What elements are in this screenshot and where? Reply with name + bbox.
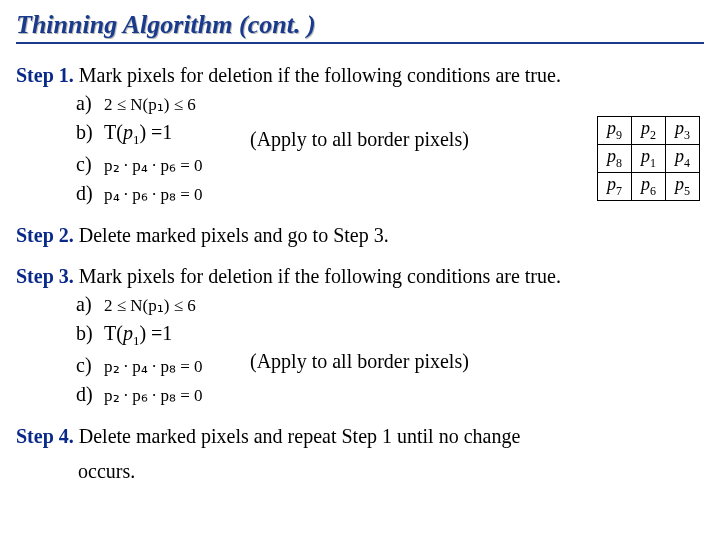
p-sub: 9 [616, 128, 622, 142]
cond-a: a) 2 ≤ N(p₁) ≤ 6 [76, 89, 704, 118]
cond-post: ) =1 [139, 121, 172, 143]
cond-expr: T(p1) =1 [104, 319, 172, 351]
grid-cell: p6 [632, 173, 666, 201]
step-2-text: Delete marked pixels and go to Step 3. [79, 224, 389, 246]
cond-tag: b) [76, 319, 98, 348]
p-sym: p [675, 118, 684, 138]
cond-expr: p₂ · p₆ · p₈ = 0 [104, 384, 203, 409]
step-4-text: Delete marked pixels and repeat Step 1 u… [79, 425, 521, 447]
grid-cell: p5 [666, 173, 700, 201]
p-sym: p [641, 118, 650, 138]
cond-expr: p₂ · p₄ · p₆ = 0 [104, 154, 203, 179]
p-sym: p [607, 174, 616, 194]
cond-expr: 2 ≤ N(p₁) ≤ 6 [104, 294, 196, 319]
grid-cell: p3 [666, 117, 700, 145]
step-4-text-cont: occurs. [78, 458, 704, 485]
p-sub: 1 [650, 156, 656, 170]
cond-tag: d) [76, 179, 98, 208]
cond-expr: T(p1) =1 [104, 118, 172, 150]
cond-pre: T( [104, 322, 123, 344]
cond-tag: a) [76, 89, 98, 118]
p-sym: p [641, 146, 650, 166]
apply-note-2: (Apply to all border pixels) [250, 350, 469, 373]
slide-title: Thinning Algorithm (cont. ) [16, 10, 704, 44]
p-sym: p [675, 174, 684, 194]
p-sub: 8 [616, 156, 622, 170]
step-1-line: Step 1. Mark pixels for deletion if the … [16, 62, 704, 89]
step-4-label: Step 4. [16, 425, 74, 447]
step-2-label: Step 2. [16, 224, 74, 246]
p-sym: p [607, 146, 616, 166]
cond-pre: T( [104, 121, 123, 143]
step-1-text: Mark pixels for deletion if the followin… [79, 64, 561, 86]
cond-expr: 2 ≤ N(p₁) ≤ 6 [104, 93, 196, 118]
cond-var: p [123, 121, 133, 143]
cond-expr: p₂ · p₄ · p₈ = 0 [104, 355, 203, 380]
cond-tag: b) [76, 118, 98, 147]
p-sub: 4 [684, 156, 690, 170]
cond-tag: c) [76, 150, 98, 179]
apply-note-1: (Apply to all border pixels) [250, 128, 469, 151]
step-4-line: Step 4. Delete marked pixels and repeat … [16, 423, 704, 450]
grid-cell: p4 [666, 145, 700, 173]
p-sub: 5 [684, 184, 690, 198]
p-sym: p [607, 118, 616, 138]
p-sub: 3 [684, 128, 690, 142]
cond-tag: c) [76, 351, 98, 380]
step-2-line: Step 2. Delete marked pixels and go to S… [16, 222, 704, 249]
grid-cell: p9 [598, 117, 632, 145]
cond-tag: d) [76, 380, 98, 409]
step-3-text: Mark pixels for deletion if the followin… [79, 265, 561, 287]
grid-cell: p7 [598, 173, 632, 201]
grid-cell: p8 [598, 145, 632, 173]
cond-var: p [123, 322, 133, 344]
grid-cell: p2 [632, 117, 666, 145]
step-1-label: Step 1. [16, 64, 74, 86]
cond-a: a) 2 ≤ N(p₁) ≤ 6 [76, 290, 704, 319]
p-sub: 2 [650, 128, 656, 142]
p-sub: 6 [650, 184, 656, 198]
p-sym: p [675, 146, 684, 166]
step-3-label: Step 3. [16, 265, 74, 287]
cond-expr: p₄ · p₆ · p₈ = 0 [104, 183, 203, 208]
p-sym: p [641, 174, 650, 194]
pixel-neighborhood-grid: p9 p2 p3 p8 p1 p4 p7 p6 p5 [597, 116, 700, 201]
cond-d: d) p₂ · p₆ · p₈ = 0 [76, 380, 704, 409]
step-3-line: Step 3. Mark pixels for deletion if the … [16, 263, 704, 290]
grid-cell: p1 [632, 145, 666, 173]
cond-tag: a) [76, 290, 98, 319]
p-sub: 7 [616, 184, 622, 198]
cond-b: b) T(p1) =1 [76, 319, 704, 351]
cond-post: ) =1 [139, 322, 172, 344]
